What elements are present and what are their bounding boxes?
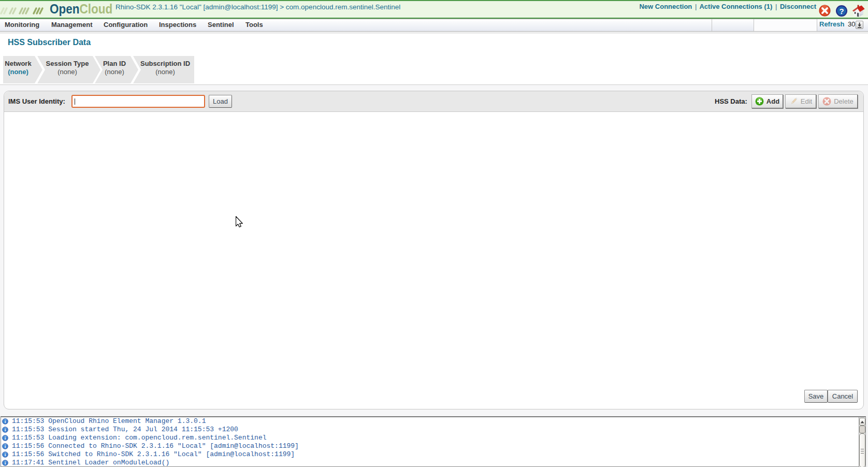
- svg-text:?: ?: [839, 7, 844, 16]
